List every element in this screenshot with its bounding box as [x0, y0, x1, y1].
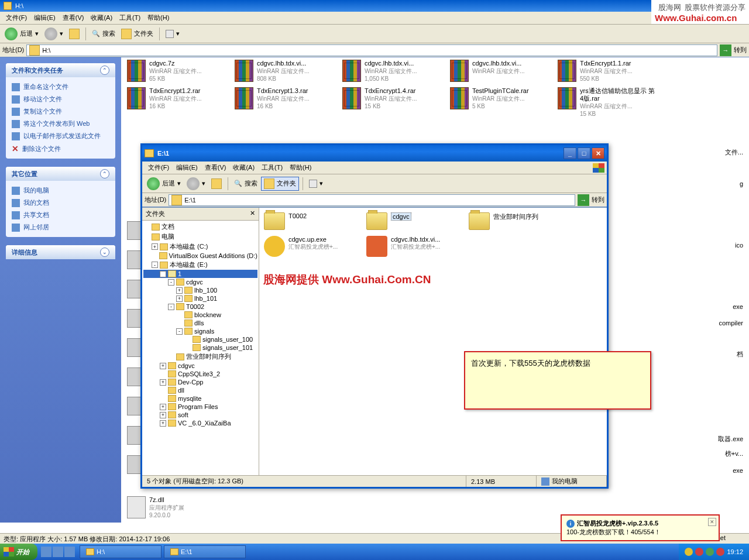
- search-button[interactable]: 🔍搜索: [232, 178, 260, 189]
- up-button[interactable]: [209, 177, 224, 190]
- file-item[interactable]: TdxEncrypt1.1.rarWinRAR 压缩文件...550 KB: [558, 60, 657, 83]
- expand-icon[interactable]: +: [160, 379, 166, 386]
- task-email[interactable]: 以电子邮件形式发送此文件: [12, 130, 109, 142]
- tree-node[interactable]: 营业部时间序列: [143, 352, 257, 362]
- file-item[interactable]: cdgvc.lhb.tdx.vi...WinRAR 压缩文件...1,050 K…: [342, 60, 442, 83]
- menu-fav[interactable]: 收藏(A): [229, 162, 258, 173]
- views-button[interactable]: ▾: [163, 29, 182, 39]
- menu-edit[interactable]: 编辑(E): [30, 12, 59, 23]
- maximize-button[interactable]: □: [578, 147, 590, 159]
- tree-node[interactable]: - signals: [143, 327, 257, 335]
- tree-node[interactable]: + 本地磁盘 (C:): [143, 242, 257, 252]
- menu-help[interactable]: 帮助(H): [286, 162, 315, 173]
- tasks-header[interactable]: 文件和文件夹任务⌃: [6, 63, 115, 77]
- file-item[interactable]: TdxEncrypt1.3.rarWinRAR 压缩文件...16 KB: [235, 87, 334, 118]
- menu-file[interactable]: 文件(F): [2, 12, 30, 23]
- other-my-docs[interactable]: 我的文档: [12, 197, 109, 209]
- go-button[interactable]: →: [720, 44, 731, 56]
- tray-icon[interactable]: [695, 548, 703, 556]
- expand-icon[interactable]: +: [176, 287, 183, 294]
- expand-icon[interactable]: +: [160, 420, 166, 427]
- views-button[interactable]: ▾: [307, 178, 325, 189]
- tree-node[interactable]: - 本地磁盘 (E:): [143, 260, 257, 270]
- menu-view[interactable]: 查看(V): [201, 162, 230, 173]
- address-input[interactable]: E:\1: [169, 194, 575, 206]
- back-button[interactable]: 后退▾: [2, 26, 41, 42]
- search-button[interactable]: 🔍搜索: [90, 28, 118, 39]
- menu-file[interactable]: 文件(F): [145, 162, 173, 173]
- tray-icon[interactable]: [716, 548, 724, 556]
- up-button[interactable]: [67, 28, 82, 40]
- tree-node[interactable]: VirtualBox Guest Additions (D:): [143, 252, 257, 260]
- tree-node[interactable]: dlls: [143, 319, 257, 327]
- menu-help[interactable]: 帮助(H): [144, 12, 173, 23]
- expand-icon[interactable]: -: [168, 279, 174, 286]
- menu-view[interactable]: 查看(V): [59, 12, 88, 23]
- other-shared[interactable]: 共享文档: [12, 209, 109, 221]
- file-7z-dll[interactable]: 7z.dll应用程序扩展9.20.0.0: [127, 496, 226, 519]
- file-item[interactable]: cdgvc.7zWinRAR 压缩文件...65 KB: [127, 60, 226, 83]
- tree-node[interactable]: + soft: [143, 411, 257, 419]
- tree-node[interactable]: + cdgvc: [143, 362, 257, 370]
- task-delete[interactable]: ✕删除这个文件: [12, 142, 109, 155]
- exe-item[interactable]: cdgvc.lhb.tdx.vi...汇智易投龙虎榜+...: [366, 236, 469, 257]
- close-tree-button[interactable]: ✕: [250, 209, 255, 218]
- exe-item[interactable]: cdgvc.up.exe汇智易投龙虎榜+...: [264, 236, 366, 257]
- expand-icon[interactable]: +: [160, 404, 166, 410]
- folders-button[interactable]: 文件夹: [261, 177, 299, 191]
- address-input[interactable]: H:\: [26, 44, 717, 56]
- desktop-icon[interactable]: [53, 547, 63, 557]
- tree-node[interactable]: - 1: [143, 270, 257, 278]
- tree-node[interactable]: 电脑: [143, 232, 257, 242]
- expand-icon[interactable]: -: [176, 328, 183, 335]
- expand-icon[interactable]: +: [176, 296, 183, 302]
- tree-node[interactable]: - T0002: [143, 303, 257, 311]
- task-h-drive[interactable]: H:\: [80, 545, 162, 558]
- tree-node[interactable]: signals_user_100: [143, 335, 257, 343]
- tray-icon[interactable]: [706, 548, 714, 556]
- other-network[interactable]: 网上邻居: [12, 221, 109, 233]
- tree-node[interactable]: + lhb_101: [143, 294, 257, 303]
- expand-icon[interactable]: -: [168, 304, 174, 310]
- tree-node[interactable]: CppSQLite3_2: [143, 370, 257, 378]
- forward-button[interactable]: ▾: [184, 176, 208, 191]
- expand-icon[interactable]: +: [160, 363, 166, 369]
- expand-icon[interactable]: +: [152, 243, 158, 250]
- task-e-1[interactable]: E:\1: [164, 545, 246, 558]
- expand-icon[interactable]: -: [160, 271, 166, 277]
- folder-item[interactable]: 营业部时间序列: [469, 212, 571, 230]
- tree-node[interactable]: 文档: [143, 222, 257, 232]
- forward-button[interactable]: ▾: [42, 26, 66, 42]
- tray-icon[interactable]: [685, 548, 693, 556]
- file-item[interactable]: TdxEncrypt1.4.rarWinRAR 压缩文件...15 KB: [342, 87, 442, 118]
- close-button[interactable]: ✕: [592, 147, 604, 159]
- tree-node[interactable]: - cdgvc: [143, 278, 257, 286]
- tree-node[interactable]: mysqlite: [143, 394, 257, 403]
- go-button[interactable]: →: [578, 194, 589, 206]
- menu-fav[interactable]: 收藏(A): [87, 12, 116, 23]
- menu-edit[interactable]: 编辑(E): [173, 162, 201, 173]
- file-item[interactable]: cdgvc.lhb.tdx.vi...WinRAR 压缩文件...: [450, 60, 549, 83]
- player-icon[interactable]: [64, 547, 75, 557]
- folder-item[interactable]: T0002: [264, 212, 366, 230]
- tree-node[interactable]: + Dev-Cpp: [143, 378, 257, 386]
- ie-icon[interactable]: [41, 547, 51, 557]
- tree-node[interactable]: dll: [143, 386, 257, 394]
- tree-node[interactable]: + lhb_100: [143, 286, 257, 294]
- close-balloon-button[interactable]: ✕: [708, 518, 716, 526]
- other-header[interactable]: 其它位置⌃: [6, 167, 115, 181]
- notification-balloon[interactable]: ✕ i汇智易投龙虎榜+.vip.2.3.6.5 100-龙虎榜数据下载！405/…: [561, 514, 720, 541]
- tree-node[interactable]: + VC _6.0_XiaZaiBa: [143, 419, 257, 427]
- tree-node[interactable]: + Program Files: [143, 403, 257, 411]
- task-publish[interactable]: 将这个文件发布到 Web: [12, 118, 109, 130]
- folders-button[interactable]: 文件夹: [119, 28, 156, 40]
- menu-tools[interactable]: 工具(T): [116, 12, 144, 23]
- task-move[interactable]: 移动这个文件: [12, 93, 109, 105]
- detail-header[interactable]: 详细信息⌄: [6, 245, 115, 259]
- other-my-computer[interactable]: 我的电脑: [12, 184, 109, 197]
- tree-node[interactable]: signals_user_101: [143, 343, 257, 352]
- file-item[interactable]: TestPluginTCale.rarWinRAR 压缩文件...5 KB: [450, 87, 549, 118]
- menu-tools[interactable]: 工具(T): [258, 162, 286, 173]
- file-item[interactable]: TdxEncrypt1.2.rarWinRAR 压缩文件...16 KB: [127, 87, 226, 118]
- expand-icon[interactable]: +: [160, 412, 166, 418]
